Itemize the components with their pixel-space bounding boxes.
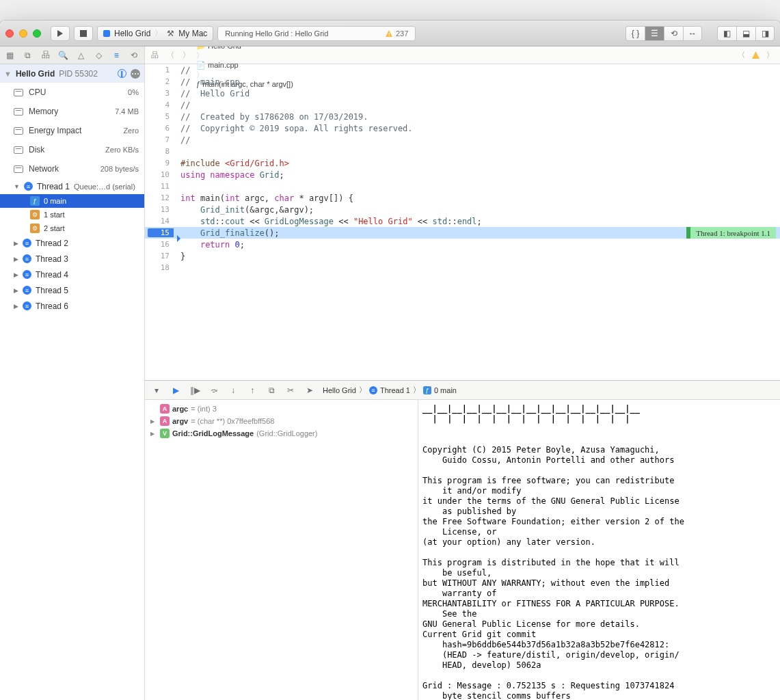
toggle-inspector-button[interactable]: ◨ — [755, 26, 775, 41]
gutter-line-number[interactable]: 1 — [148, 66, 174, 75]
gutter-line-number[interactable]: 16 — [148, 240, 174, 249]
toggle-navigator-button[interactable]: ◧ — [717, 26, 736, 41]
code-line: 9#include <Grid/Grid.h> — [145, 157, 780, 169]
step-over-button[interactable]: ⤼ — [208, 384, 220, 396]
gutter-line-number[interactable]: 14 — [148, 217, 174, 226]
step-into-button[interactable]: ↓ — [227, 384, 239, 396]
gutter-line-number[interactable]: 8 — [148, 147, 174, 156]
console-output[interactable]: __|__|__|__|__|__|__|__|__|__|__|__|__|_… — [418, 400, 780, 700]
debug-navigator: ▼ Hello Grid PID 55302 ‖ CPU0%Memory7.4 … — [0, 64, 144, 700]
disclosure-icon: ▼ — [4, 70, 12, 78]
metric-network[interactable]: Network208 bytes/s — [0, 159, 144, 178]
breakpoint-annotation[interactable]: Thread 1: breakpoint 1.1 — [686, 227, 776, 239]
gutter-line-number[interactable]: 12 — [148, 193, 174, 202]
stop-button[interactable] — [74, 26, 93, 41]
test-nav-icon[interactable]: ◇ — [92, 49, 105, 62]
editor-mode-segmented: { } ☰ ⟲ ↔ — [626, 26, 702, 41]
toggle-debug-area-button[interactable]: ⬓ — [736, 26, 755, 41]
gutter-line-number[interactable]: 5 — [148, 112, 174, 121]
disclosure-icon: ▶ — [14, 287, 18, 294]
jump-prev-issue-button[interactable]: 〈 — [736, 50, 747, 60]
breakpoints-toggle-icon[interactable]: ▶ — [170, 384, 182, 396]
metric-icon — [14, 146, 23, 154]
process-options-icon[interactable] — [131, 69, 140, 79]
code-line: 6// Copyright © 2019 sopa. All rights re… — [145, 122, 780, 134]
thread-1-row[interactable]: ▼ ≡ Thread 1 Queue:…d (serial) — [0, 178, 144, 194]
symbol-nav-icon[interactable]: ⧉ — [22, 49, 34, 62]
debug-area: ▾ ▶ ‖▶ ⤼ ↓ ↑ ⧉ ✂ ➤ Hello Grid〉 ≡ Thread … — [145, 380, 780, 700]
debug-breadcrumb[interactable]: Hello Grid〉 ≡ Thread 1〉 ƒ 0 main — [323, 385, 457, 395]
jump-back-button[interactable]: 〈 — [165, 50, 176, 60]
gutter-line-number[interactable]: 4 — [148, 100, 174, 109]
gutter-line-number[interactable]: 6 — [148, 124, 174, 133]
related-items-icon[interactable]: 品 — [149, 50, 161, 60]
memory-graph-icon[interactable]: ✂ — [284, 384, 297, 396]
gutter-line-number[interactable]: 9 — [148, 159, 174, 167]
debug-nav-icon[interactable]: ≡ — [110, 49, 122, 62]
variable-row[interactable]: ▶Aargv = (char **) 0x7ffeefbff568 — [148, 415, 415, 427]
metric-disk[interactable]: DiskZero KB/s — [0, 140, 144, 159]
stack-frame[interactable]: ƒ0 main — [0, 194, 144, 208]
continue-button[interactable]: ‖▶ — [189, 384, 201, 396]
issue-nav-icon[interactable]: △ — [75, 49, 88, 62]
scheme-selector[interactable]: Hello Grid 〉 ⚒ My Mac — [97, 26, 213, 41]
gutter-line-number[interactable]: 17 — [148, 252, 174, 260]
thread-icon: ≡ — [23, 254, 31, 263]
zoom-window[interactable] — [33, 29, 41, 38]
panel-toggle-segmented: ◧ ⬓ ◨ — [717, 26, 775, 41]
source-editor[interactable]: 1//2// main.cpp3// Hello Grid4//5// Crea… — [145, 64, 780, 380]
svg-text:!: ! — [388, 31, 390, 38]
gutter-line-number[interactable]: 15 — [148, 228, 174, 237]
debug-toolbar: ▾ ▶ ‖▶ ⤼ ↓ ↑ ⧉ ✂ ➤ Hello Grid〉 ≡ Thread … — [145, 381, 780, 400]
gutter-line-number[interactable]: 13 — [148, 205, 174, 214]
editor-arrow-button[interactable]: ↔ — [683, 26, 702, 41]
thread-row[interactable]: ▶≡Thread 5 — [0, 282, 144, 298]
thread-row[interactable]: ▶≡Thread 4 — [0, 267, 144, 282]
find-nav-icon[interactable]: 品 — [40, 49, 52, 62]
warning-icon — [751, 51, 760, 59]
breadcrumb-segment[interactable]: 📁 Hello Grid — [196, 46, 293, 51]
step-out-button[interactable]: ↑ — [246, 384, 258, 396]
gutter-line-number[interactable]: 3 — [148, 89, 174, 98]
gutter-line-number[interactable]: 18 — [148, 263, 174, 272]
gutter-line-number[interactable]: 10 — [148, 170, 174, 179]
metric-cpu[interactable]: CPU0% — [0, 83, 144, 102]
code-line: 18 — [145, 262, 780, 273]
version-editor-button[interactable]: ⟲ — [664, 26, 683, 41]
stack-frame[interactable]: ⚙2 start — [0, 221, 144, 235]
activity-viewer[interactable]: Running Hello Grid : Hello Grid ! 237 — [217, 26, 416, 41]
frame-icon: ƒ — [30, 196, 40, 206]
breakpoint-nav-icon[interactable]: ⟲ — [128, 49, 140, 62]
metric-memory[interactable]: Memory7.4 MB — [0, 102, 144, 121]
run-button[interactable] — [51, 26, 70, 41]
thread-row[interactable]: ▶≡Thread 3 — [0, 251, 144, 267]
stack-frame[interactable]: ⚙1 start — [0, 208, 144, 221]
thread-row[interactable]: ▶≡Thread 2 — [0, 235, 144, 251]
metric-icon — [14, 165, 23, 173]
process-row[interactable]: ▼ Hello Grid PID 55302 ‖ — [0, 64, 144, 83]
gutter-line-number[interactable]: 7 — [148, 135, 174, 144]
location-sim-icon[interactable]: ➤ — [304, 384, 316, 396]
code-line: 10using namespace Grid; — [145, 169, 780, 180]
search-nav-icon[interactable]: 🔍 — [57, 49, 70, 62]
close-window[interactable] — [5, 29, 14, 38]
pause-indicator-icon[interactable]: ‖ — [118, 69, 126, 78]
disclosure-icon: ▶ — [150, 431, 157, 437]
variable-row[interactable]: ▶VGrid::GridLogMessage (Grid::GridLogger… — [148, 427, 415, 440]
standard-editor-button[interactable]: { } — [626, 26, 645, 41]
minimize-window[interactable] — [19, 29, 27, 38]
jump-forward-button[interactable]: 〉 — [180, 50, 192, 60]
project-nav-icon[interactable]: ▦ — [4, 49, 16, 62]
metric-energy-impact[interactable]: Energy ImpactZero — [0, 121, 144, 140]
gutter-line-number[interactable]: 2 — [148, 77, 174, 86]
issue-count[interactable]: ! 237 — [385, 29, 408, 38]
gutter-line-number[interactable]: 11 — [148, 182, 174, 191]
variables-view[interactable]: Aargc = (int) 3▶Aargv = (char **) 0x7ffe… — [145, 400, 418, 700]
jump-next-issue-button[interactable]: 〉 — [764, 50, 776, 60]
metric-icon — [14, 127, 23, 135]
thread-row[interactable]: ▶≡Thread 6 — [0, 298, 144, 314]
assistant-editor-button[interactable]: ☰ — [645, 26, 664, 41]
variable-row[interactable]: Aargc = (int) 3 — [148, 403, 415, 415]
view-hierarchy-icon[interactable]: ⧉ — [265, 384, 278, 396]
hide-debug-icon[interactable]: ▾ — [150, 384, 163, 396]
